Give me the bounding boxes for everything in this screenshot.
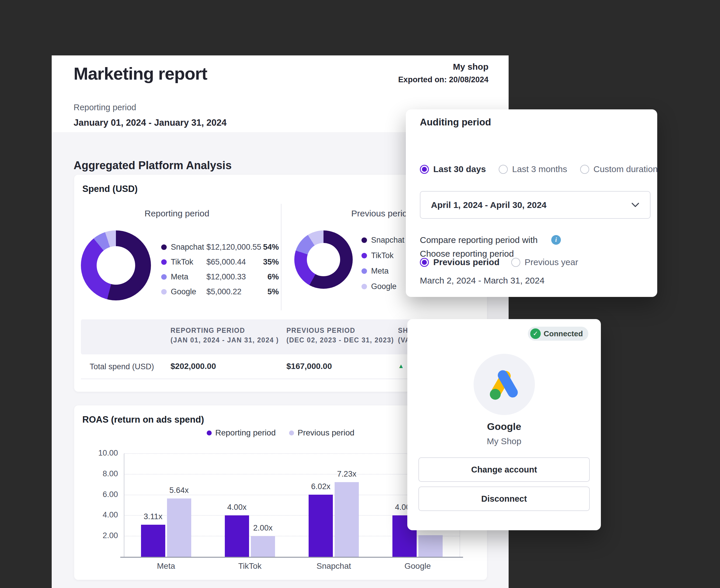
disconnect-button[interactable]: Disconnect xyxy=(418,486,590,511)
compare-date-range: March 2, 2024 - March 31, 2024 xyxy=(420,276,544,286)
legend-item-previous: Previous period xyxy=(289,428,355,438)
radio-label: Last 3 months xyxy=(512,164,567,174)
bar-value-label: 5.64x xyxy=(154,486,204,495)
table-cell-value: $167,000.00 xyxy=(286,362,332,371)
legend-item: Meta xyxy=(361,266,404,276)
x-axis-category-label: Meta xyxy=(134,562,198,571)
table-header-line1: REPORTING PERIOD xyxy=(171,326,279,335)
legend-dot-icon xyxy=(361,284,367,289)
table-header-line2: (DEC 02, 2023 - DEC 31, 2023) xyxy=(286,335,394,345)
date-range-select[interactable]: April 1, 2024 - April 30, 2024 xyxy=(420,191,651,219)
legend-dot-icon xyxy=(161,259,167,265)
previous-period-donut-chart xyxy=(294,230,353,289)
header-meta: My shop Exported on: 20/08/2024 xyxy=(398,62,488,84)
info-icon[interactable]: i xyxy=(551,235,561,245)
roas-bar xyxy=(308,495,333,557)
legend-platform-label: TikTok xyxy=(371,251,394,260)
legend-percent: 5% xyxy=(261,287,279,296)
y-axis-tick-label: 10.00 xyxy=(98,448,118,458)
table-header-line2: (JAN 01, 2024 - JAN 31, 2024 ) xyxy=(171,335,279,345)
radio-icon xyxy=(420,258,429,267)
roas-bar xyxy=(167,499,191,557)
donut-hole xyxy=(307,243,340,276)
reporting-period-label: Reporting period xyxy=(74,103,136,112)
check-circle-icon: ✓ xyxy=(530,329,541,339)
y-axis-tick-label: 4.00 xyxy=(102,510,118,520)
connected-status-badge: ✓ Connected xyxy=(528,327,588,341)
y-axis-tick-label: 8.00 xyxy=(102,469,118,478)
radio-icon xyxy=(580,165,589,174)
legend-dot-icon xyxy=(361,253,367,258)
google-ads-logo-icon xyxy=(485,366,523,402)
change-account-button[interactable]: Change account xyxy=(418,457,590,482)
legend-item-reporting: Reporting period xyxy=(207,428,276,438)
roas-bar xyxy=(225,516,249,557)
legend-value: $65,000.44 xyxy=(206,257,261,267)
connected-status-label: Connected xyxy=(544,329,583,338)
radio-period-custom-duration[interactable]: Custom duration xyxy=(580,164,658,174)
spend-card-title: Spend (USD) xyxy=(82,184,138,194)
previous-period-chart-title: Previous period xyxy=(351,209,412,218)
legend-item: Snapchat xyxy=(361,235,404,245)
table-cell-value: $202,000.00 xyxy=(171,362,216,371)
radio-period-last-30-days[interactable]: Last 30 days xyxy=(420,164,486,174)
legend-item: Google xyxy=(361,281,404,292)
roas-bar xyxy=(251,536,275,557)
legend-platform-label: Google xyxy=(371,282,397,291)
legend-platform-label: TikTok xyxy=(171,257,206,267)
reporting-period-donut-chart xyxy=(81,230,151,300)
table-header-line1: PREVIOUS PERIOD xyxy=(286,326,394,335)
legend-value: $5,000.22 xyxy=(206,287,261,296)
compare-period-radio-group: Previous periodPrevious year xyxy=(420,257,578,267)
radio-label: Last 30 days xyxy=(433,164,486,174)
previous-period-donut-legend: SnapchatTikTokMetaGoogle xyxy=(361,235,404,292)
bar-value-label: 7.23x xyxy=(322,469,372,479)
date-range-value: April 1, 2024 - April 30, 2024 xyxy=(431,200,546,210)
legend-dot-icon xyxy=(361,237,367,243)
radio-label: Previous period xyxy=(433,257,500,267)
roas-y-axis-labels: 2.004.006.008.0010.00 xyxy=(86,454,118,557)
chart-divider xyxy=(281,204,281,310)
legend-platform-label: Google xyxy=(171,287,206,296)
bar-value-label: 2.00x xyxy=(238,524,287,532)
radio-compare-previous-year[interactable]: Previous year xyxy=(511,257,578,267)
donut-hole xyxy=(97,246,135,285)
reporting-period-dot-icon xyxy=(207,430,212,436)
trend-up-icon: ▲ xyxy=(398,362,404,370)
legend-dot-icon xyxy=(161,274,167,280)
legend-value: $12,000.33 xyxy=(206,272,261,281)
legend-platform-label: Meta xyxy=(171,272,206,281)
legend-dot-icon xyxy=(161,289,167,295)
radio-period-last-3-months[interactable]: Last 3 months xyxy=(499,164,567,174)
legend-dot-icon xyxy=(361,268,367,274)
roas-x-axis-line xyxy=(120,557,463,558)
google-ads-logo-circle xyxy=(474,354,535,415)
x-axis-category-label: Snapchat xyxy=(302,562,366,571)
chevron-down-icon xyxy=(631,203,639,207)
radio-icon xyxy=(499,165,508,174)
legend-platform-label: Snapchat xyxy=(371,236,404,245)
legend-dot-icon xyxy=(161,245,167,250)
roas-card-title: ROAS (return on ads spend) xyxy=(82,415,204,425)
table-column-header: REPORTING PERIOD(JAN 01, 2024 - JAN 31, … xyxy=(171,326,279,345)
legend-percent: 54% xyxy=(261,243,279,252)
auditing-card-title: Auditing period xyxy=(420,117,491,128)
reporting-period-radio-group: Last 30 daysLast 3 monthsCustom duration xyxy=(420,164,658,174)
radio-label: Custom duration xyxy=(594,164,658,174)
compare-reporting-period-label: Compare reporting period with xyxy=(420,235,538,245)
legend-item: Google$5,000.225% xyxy=(161,286,279,297)
legend-platform-label: Meta xyxy=(371,267,388,276)
roas-bar xyxy=(335,482,359,557)
section-heading: Aggregated Platform Analysis xyxy=(74,159,232,172)
reporting-period-donut-legend: Snapchat$12,120,000.5554%TikTok$65,000.4… xyxy=(161,241,279,297)
radio-compare-previous-period[interactable]: Previous period xyxy=(420,257,500,267)
platform-name: Google xyxy=(407,421,601,432)
roas-bar xyxy=(418,535,443,557)
radio-icon xyxy=(511,258,520,267)
google-connection-card: ✓ Connected Google My Shop Change accoun… xyxy=(407,319,601,530)
reporting-period-dates: January 01, 2024 - January 31, 2024 xyxy=(74,118,226,128)
legend-label: Previous period xyxy=(298,428,355,438)
shop-name: My shop xyxy=(398,62,488,72)
account-name: My Shop xyxy=(407,436,601,446)
x-axis-category-label: TikTok xyxy=(218,562,282,571)
